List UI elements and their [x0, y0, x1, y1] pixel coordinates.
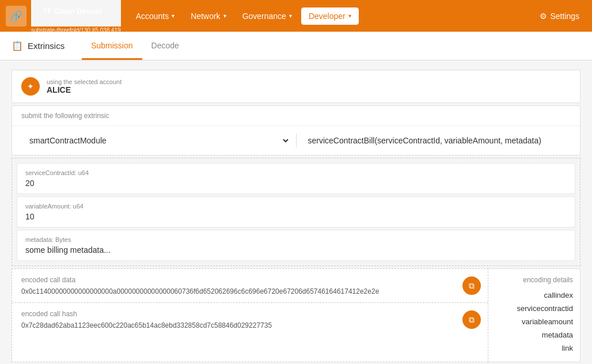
call-data-label: encoded call data [21, 276, 479, 284]
param-label-1: variableAmount: u64 [25, 203, 567, 210]
encoded-call-hash-block: encoded call hash 0x7c28dad62aba1123eec6… [12, 303, 488, 336]
call-data-value: 0x0c11400000000000000000a000000000000000… [21, 287, 479, 295]
encoded-call-data-block: encoded call data 0x0c114000000000000000… [12, 269, 488, 303]
governance-caret-icon: ▾ [289, 13, 292, 19]
tab-decode[interactable]: Decode [142, 33, 188, 60]
account-info: using the selected account ALICE [47, 78, 122, 94]
encoded-main: encoded call data 0x0c114000000000000000… [12, 268, 488, 362]
call-hash-label: encoded call hash [21, 310, 479, 318]
account-avatar: ✦ [21, 77, 40, 96]
encoding-servicecontractid[interactable]: servicecontractid [495, 302, 573, 315]
param-value-2: some billing metadata... [25, 245, 567, 255]
developer-caret-icon: ▾ [348, 13, 351, 19]
encoding-details-title: encoding details [495, 276, 573, 284]
param-box-2: metadata: Bytes some billing metadata... [17, 230, 575, 261]
nav-governance[interactable]: Governance ▾ [236, 8, 299, 24]
account-row: ✦ using the selected account ALICE [12, 70, 580, 103]
top-navigation: 🔗 TF Chain Devnet substrate-threefold/13… [0, 0, 592, 32]
tab-bar: 📋 Extrinsics Submission Decode [0, 32, 592, 60]
extrinsic-form: submit the following extrinsic smartCont… [12, 105, 580, 156]
param-value-1: 10 [25, 212, 567, 221]
module-select[interactable]: smartContractModule [21, 132, 290, 149]
param-label-0: serviceContractId: u64 [25, 169, 567, 176]
extrinsics-label: Extrinsics [28, 41, 64, 51]
param-label-2: metadata: Bytes [25, 236, 567, 243]
form-header-row: submit the following extrinsic [12, 106, 580, 126]
encoding-link[interactable]: link [495, 342, 573, 355]
account-value: ALICE [47, 85, 122, 94]
logo-icon: 🔗 [6, 6, 26, 26]
chain-name: TF Chain Devnet [31, 0, 121, 26]
method-value: serviceContractBill(serviceContractId, v… [302, 132, 571, 149]
tab-submission[interactable]: Submission [82, 33, 142, 60]
nav-developer[interactable]: Developer ▾ [301, 7, 359, 25]
account-label: using the selected account [47, 78, 122, 85]
param-box-0: serviceContractId: u64 20 [17, 163, 575, 194]
param-value-0: 20 [25, 179, 567, 188]
nav-accounts[interactable]: Accounts ▾ [129, 8, 182, 24]
encoding-metadata[interactable]: metadata [495, 328, 573, 342]
extrinsics-icon: 📋 [12, 40, 23, 51]
module-method-row: smartContractModule serviceContractBill(… [12, 126, 580, 155]
chain-sub: substrate-threefold/130 #5,038,419 [31, 26, 121, 35]
encoded-container: encoded call data 0x0c114000000000000000… [12, 268, 580, 362]
encoding-variableamount[interactable]: variableamount [495, 315, 573, 328]
param-box-1: variableAmount: u64 10 [17, 196, 575, 227]
accounts-caret-icon: ▾ [172, 13, 174, 19]
nav-settings[interactable]: ⚙ Settings [533, 8, 586, 24]
params-container: serviceContractId: u64 20 variableAmount… [12, 158, 580, 266]
copy-call-hash-button[interactable]: ⧉ [462, 310, 481, 329]
extrinsic-header: submit the following extrinsic [21, 112, 109, 120]
app-logo[interactable]: 🔗 TF Chain Devnet substrate-threefold/13… [6, 0, 121, 35]
copy-call-data-button[interactable]: ⧉ [462, 276, 481, 295]
main-content: ✦ using the selected account ALICE submi… [0, 60, 592, 364]
encoding-sidebar: encoding details callindex servicecontra… [488, 268, 580, 362]
logo-text: TF Chain Devnet substrate-threefold/130 … [31, 0, 121, 35]
settings-icon: ⚙ [540, 12, 547, 21]
call-hash-value: 0x7c28dad62aba1123eec600c220ac65b14ac8eb… [21, 321, 479, 329]
form-divider [296, 134, 297, 147]
network-caret-icon: ▾ [223, 13, 226, 19]
encoding-callindex[interactable]: callindex [495, 289, 573, 302]
nav-network[interactable]: Network ▾ [184, 8, 233, 24]
